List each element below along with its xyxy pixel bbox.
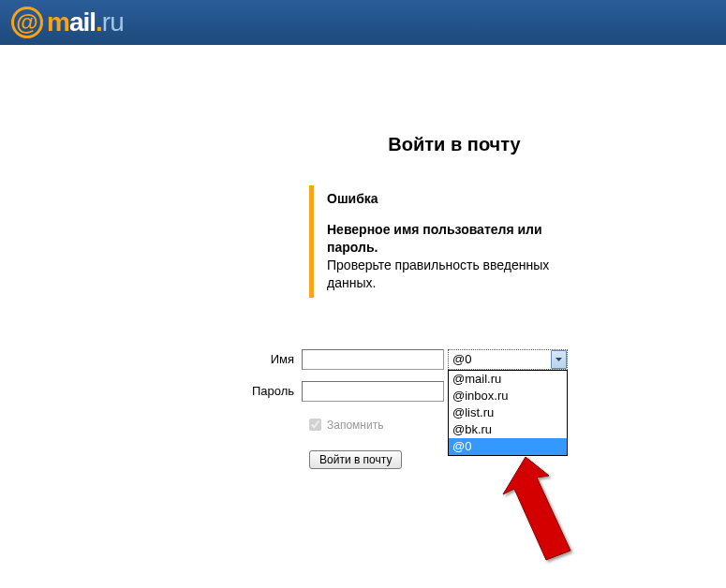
password-input[interactable] [302, 381, 444, 402]
domain-option[interactable]: @mail.ru [449, 371, 567, 388]
mailru-logo[interactable]: @ mail.ru [11, 7, 124, 38]
domain-select[interactable]: @0 @mail.ru @inbox.ru @list.ru @bk.ru @0 [448, 349, 568, 370]
logo-text: mail.ru [47, 7, 124, 37]
error-message: Неверное имя пользователя или пароль. Пр… [327, 221, 581, 292]
header-bar: @ mail.ru [0, 0, 726, 45]
username-label: Имя [250, 352, 302, 366]
login-panel: Войти в почту Ошибка Неверное имя пользо… [309, 45, 656, 469]
domain-option[interactable]: @inbox.ru [449, 388, 567, 404]
remember-label: Запомнить [327, 419, 383, 432]
remember-checkbox[interactable] [309, 419, 321, 431]
domain-selected-value: @0 [449, 352, 551, 366]
svg-marker-1 [503, 457, 570, 560]
page-title: Войти в почту [253, 134, 656, 155]
domain-option[interactable]: @0 [449, 438, 567, 455]
domain-dropdown: @mail.ru @inbox.ru @list.ru @bk.ru @0 [448, 370, 568, 456]
error-title: Ошибка [327, 191, 581, 206]
domain-option[interactable]: @bk.ru [449, 421, 567, 438]
logo-at-icon: @ [11, 7, 43, 38]
domain-option[interactable]: @list.ru [449, 404, 567, 421]
password-label: Пароль [250, 384, 302, 398]
error-box: Ошибка Неверное имя пользователя или пар… [309, 185, 581, 298]
login-button[interactable]: Войти в почту [309, 450, 402, 469]
svg-marker-0 [556, 358, 562, 361]
username-input[interactable] [302, 349, 444, 370]
chevron-down-icon[interactable] [551, 350, 567, 369]
domain-display[interactable]: @0 [448, 349, 568, 370]
username-row: Имя @0 @mail.ru @inbox.ru @list.ru @bk.r… [309, 349, 656, 370]
